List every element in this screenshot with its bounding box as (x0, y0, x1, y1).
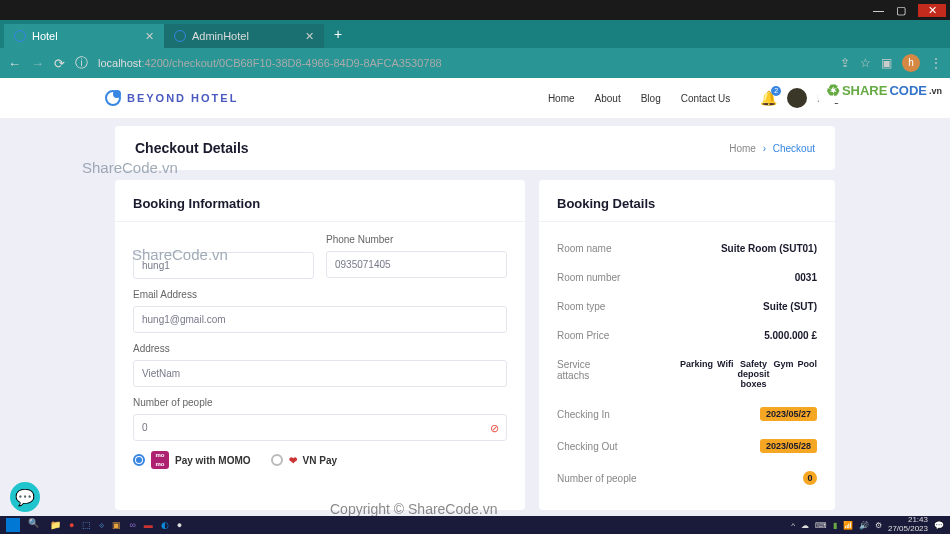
count-badge: 0 (803, 471, 817, 485)
browser-urlbar: ← → ⟳ ⓘ localhost:4200/checkout/0CB68F10… (0, 48, 950, 78)
phone-label: Phone Number (326, 234, 507, 245)
vnpay-icon: ❤ (289, 455, 297, 466)
taskbar-edge[interactable]: ◐ (161, 520, 169, 530)
divider (539, 221, 835, 222)
booking-info-title: Booking Information (133, 196, 507, 211)
detail-checkout: Checking Out 2023/05/28 (557, 430, 817, 462)
page-viewport: ♻ SHARECODE.vn BEYOND HOTEL Home About B… (0, 78, 950, 516)
windows-taskbar: 🔍 📁 ● ⬚ ⟐ ▣ ∞ ▬ ◐ ● ^ ☁ ⌨ ▮ 📶 🔊 ⚙ 21:43 … (0, 516, 950, 534)
browser-tabbar: Hotel ✕ AdminHotel ✕ + (0, 20, 950, 48)
detail-services: Service attachs Parking Wifi Safetydepos… (557, 350, 817, 398)
tab-close-icon[interactable]: ✕ (305, 30, 314, 43)
notification-bell-icon[interactable]: 🔔2 (760, 90, 777, 106)
people-label: Number of people (133, 397, 507, 408)
brand-logo[interactable]: BEYOND HOTEL (105, 90, 238, 106)
back-button[interactable]: ← (8, 56, 21, 71)
profile-avatar[interactable]: h (902, 54, 920, 72)
detail-room-price: Room Price 5.000.000 £ (557, 321, 817, 350)
browser-tab-hotel[interactable]: Hotel ✕ (4, 24, 164, 48)
taskbar-app[interactable]: ▬ (144, 520, 153, 530)
phone-input[interactable] (326, 251, 507, 278)
window-titlebar: — ▢ ✕ (0, 0, 950, 20)
page-title: Checkout Details (135, 140, 249, 156)
divider (115, 221, 525, 222)
detail-room-number: Room number 0031 (557, 263, 817, 292)
system-clock[interactable]: 21:43 27/05/2023 (888, 516, 928, 534)
close-window-button[interactable]: ✕ (918, 4, 946, 17)
taskbar-app[interactable]: ⬚ (82, 520, 91, 530)
breadcrumb: Home › Checkout (729, 143, 815, 154)
alert-icon: ⊘ (490, 421, 499, 434)
logo-mark-icon (105, 90, 121, 106)
tray-icon[interactable]: ⚙ (875, 521, 882, 530)
tray-onedrive-icon[interactable]: ☁ (801, 521, 809, 530)
address-bar[interactable]: localhost:4200/checkout/0CB68F10-38D8-49… (98, 57, 830, 69)
detail-room-type: Room type Suite (SUT) (557, 292, 817, 321)
search-icon[interactable]: 🔍 (28, 518, 42, 532)
tray-chevron-icon[interactable]: ^ (791, 521, 795, 530)
taskbar-vscode[interactable]: ⟐ (99, 520, 104, 530)
taskbar-app[interactable]: ▣ (112, 520, 121, 530)
main-nav: Home About Blog Contact Us (548, 93, 730, 104)
tray-wifi-icon[interactable]: 📶 (843, 521, 853, 530)
site-info-icon[interactable]: ⓘ (75, 54, 88, 72)
people-input[interactable] (133, 414, 507, 441)
chat-bubble-button[interactable]: 💬 (10, 482, 40, 512)
user-avatar[interactable] (787, 88, 807, 108)
tab-title: AdminHotel (192, 30, 249, 42)
detail-checkin: Checking In 2023/05/27 (557, 398, 817, 430)
payment-options: momo Pay with MOMO ❤ VN Pay (133, 451, 507, 469)
tab-close-icon[interactable]: ✕ (145, 30, 154, 43)
tray-notifications-icon[interactable]: 💬 (934, 521, 944, 530)
date-badge: 2023/05/28 (760, 439, 817, 453)
payment-vnpay[interactable]: ❤ VN Pay (271, 454, 337, 466)
date-badge: 2023/05/27 (760, 407, 817, 421)
chat-icon: 💬 (15, 488, 35, 507)
tray-lang-icon[interactable]: ⌨ (815, 521, 827, 530)
taskbar-vs[interactable]: ∞ (129, 520, 135, 530)
radio-icon (133, 454, 145, 466)
sharecode-watermark-logo: ♻ SHARECODE.vn (818, 78, 950, 103)
maximize-button[interactable]: ▢ (896, 4, 906, 17)
taskbar-app[interactable]: ● (177, 520, 182, 530)
start-button[interactable] (6, 518, 20, 532)
breadcrumb-bar: Checkout Details Home › Checkout (115, 126, 835, 170)
email-label: Email Address (133, 289, 507, 300)
payment-momo[interactable]: momo Pay with MOMO (133, 451, 251, 469)
browser-tab-admin[interactable]: AdminHotel ✕ (164, 24, 324, 48)
taskbar-chrome[interactable]: ● (69, 520, 74, 530)
nav-blog[interactable]: Blog (641, 93, 661, 104)
menu-icon[interactable]: ⋮ (930, 56, 942, 70)
content-columns: Booking Information Phone Number Email A… (115, 180, 835, 510)
tray-volume-icon[interactable]: 🔊 (859, 521, 869, 530)
tab-title: Hotel (32, 30, 58, 42)
new-tab-button[interactable]: + (324, 26, 352, 42)
momo-icon: momo (151, 451, 169, 469)
radio-icon (271, 454, 283, 466)
address-input[interactable] (133, 360, 507, 387)
nav-home[interactable]: Home (548, 93, 575, 104)
breadcrumb-home[interactable]: Home (729, 143, 756, 154)
bookmark-icon[interactable]: ☆ (860, 56, 871, 70)
minimize-button[interactable]: — (873, 4, 884, 17)
forward-button[interactable]: → (31, 56, 44, 71)
site-header: BEYOND HOTEL Home About Blog Contact Us … (0, 78, 950, 118)
detail-room-name: Room name Suite Room (SUT01) (557, 234, 817, 263)
breadcrumb-current: Checkout (773, 143, 815, 154)
name-input[interactable] (133, 252, 314, 279)
taskbar-app[interactable]: 📁 (50, 520, 61, 530)
reload-button[interactable]: ⟳ (54, 56, 65, 71)
email-input[interactable] (133, 306, 507, 333)
booking-details-panel: Booking Details Room name Suite Room (SU… (539, 180, 835, 510)
address-label: Address (133, 343, 507, 354)
booking-information-panel: Booking Information Phone Number Email A… (115, 180, 525, 510)
share-icon[interactable]: ⇪ (840, 56, 850, 70)
detail-people: Number of people 0 (557, 462, 817, 494)
nav-about[interactable]: About (595, 93, 621, 104)
extension-icon[interactable]: ▣ (881, 56, 892, 70)
tray-battery-icon[interactable]: ▮ (833, 521, 837, 530)
nav-contact[interactable]: Contact Us (681, 93, 730, 104)
booking-details-title: Booking Details (557, 196, 817, 211)
